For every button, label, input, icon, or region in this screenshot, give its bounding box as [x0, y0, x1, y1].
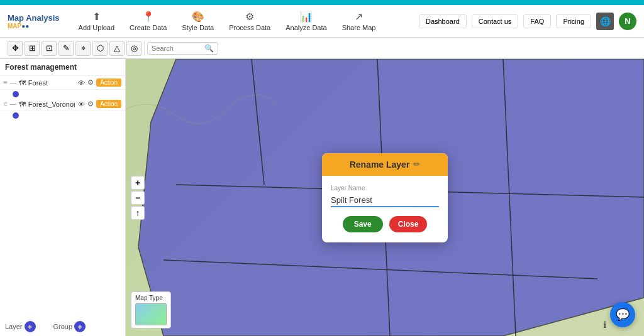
save-button[interactable]: Save: [343, 216, 383, 232]
toolbar-triangle-btn[interactable]: △: [109, 41, 125, 56]
toolbar-target-btn[interactable]: ⌖: [75, 41, 91, 56]
nav-analyze-data[interactable]: 📊 Analyze Data: [279, 8, 333, 34]
nav-style-data-label: Style Data: [182, 24, 214, 31]
process-data-icon: ⚙: [245, 11, 254, 23]
top-border: [0, 0, 644, 5]
sidebar: Forest management ≡ — 🗺 Forest 👁 ⚙ Actio…: [0, 59, 126, 336]
nav-share-map-label: Share Map: [342, 24, 376, 31]
nav-create-data[interactable]: 📍 Create Data: [123, 8, 173, 34]
group-label: Group: [53, 323, 73, 330]
compass-button[interactable]: ↑: [131, 206, 145, 220]
layer-settings-icon[interactable]: ⚙: [87, 79, 94, 87]
sidebar-footer: Layer + Group +: [0, 317, 125, 336]
pricing-button[interactable]: Pricing: [556, 14, 591, 28]
header: Map Analysis MAP●● ⬆ Add Upload 📍 Create…: [0, 5, 644, 38]
toolbar-hex-btn[interactable]: ⬡: [92, 41, 108, 56]
layer-drag-icon2: —: [10, 79, 16, 86]
dialog-header: Rename Layer ✏: [322, 153, 448, 176]
toolbar-edit-btn[interactable]: ✎: [58, 41, 74, 56]
search-box: 🔍: [147, 42, 218, 55]
layer-drag-icon: ≡: [4, 79, 8, 86]
dialog-edit-icon: ✏: [413, 160, 420, 169]
search-icon: 🔍: [204, 44, 214, 53]
nav-analyze-data-label: Analyze Data: [286, 24, 326, 31]
add-layer-icon: +: [25, 321, 36, 332]
layer-label: Layer: [5, 323, 23, 330]
dashboard-button[interactable]: Dashboard: [419, 14, 467, 28]
layer-polygon-icon: 🗺: [19, 79, 26, 87]
info-icon[interactable]: ℹ: [603, 320, 606, 330]
chat-widget[interactable]: 💬: [610, 302, 635, 327]
nav-process-data-label: Process Data: [229, 24, 270, 31]
contact-button[interactable]: Contact us: [472, 14, 519, 28]
layer-name-input[interactable]: [331, 194, 439, 207]
main: Forest management ≡ — 🗺 Forest 👁 ⚙ Actio…: [0, 59, 644, 336]
layer-polygon-icon2: 🗺: [19, 100, 26, 108]
nav-style-data[interactable]: 🎨 Style Data: [175, 8, 220, 34]
faq-button[interactable]: FAQ: [523, 14, 551, 28]
layer-drag-icon3: ≡: [4, 100, 8, 107]
close-dialog-button[interactable]: Close: [389, 216, 428, 232]
header-nav: ⬆ Add Upload 📍 Create Data 🎨 Style Data …: [72, 8, 419, 34]
toolbar-tools: ✥ ⊞ ⊡ ✎ ⌖ ⬡ △ ◎: [5, 41, 145, 56]
toolbar-box-btn[interactable]: ⊡: [42, 41, 57, 56]
layer-eye-icon[interactable]: 👁: [78, 79, 85, 87]
map-area[interactable]: + − ↑ Map Type Rename Layer ✏ Layer Name…: [126, 59, 644, 336]
layer-item-forest: ≡ — 🗺 Forest 👁 ⚙ Action: [0, 76, 125, 90]
layer-color-voronoi: [13, 112, 19, 119]
nav-add-upload[interactable]: ⬆ Add Upload: [72, 8, 121, 34]
add-group-btn[interactable]: Group +: [53, 321, 86, 332]
nav-add-upload-label: Add Upload: [79, 24, 115, 31]
nav-process-data[interactable]: ⚙ Process Data: [223, 8, 277, 34]
header-right: Dashboard Contact us FAQ Pricing 🌐 N: [419, 13, 636, 30]
brand-title: Map Analysis: [8, 13, 60, 23]
add-upload-icon: ⬆: [92, 11, 101, 23]
layer-item-voronoi: ≡ — 🗺 Forest_Voronoi 👁 ⚙ Action: [0, 97, 125, 111]
search-input[interactable]: [152, 45, 202, 52]
layer-drag-icon4: —: [10, 100, 16, 107]
layer-settings-icon2[interactable]: ⚙: [87, 100, 94, 108]
nav-share-map[interactable]: ↗ Share Map: [336, 8, 382, 34]
map-zoom-controls: + − ↑: [131, 176, 145, 220]
avatar: N: [619, 13, 636, 30]
chat-icon: 💬: [616, 308, 630, 322]
field-label: Layer Name: [331, 185, 439, 192]
map-type-label: Map Type: [135, 295, 167, 301]
toolbar: ✥ ⊞ ⊡ ✎ ⌖ ⬡ △ ◎ 🔍: [0, 38, 644, 59]
layer-action-btn2[interactable]: Action: [96, 100, 121, 108]
sidebar-title: Forest management: [0, 59, 125, 76]
zoom-out-button[interactable]: −: [131, 191, 145, 205]
brand: Map Analysis MAP●●: [8, 13, 60, 30]
share-map-icon: ↗: [355, 11, 363, 23]
style-data-icon: 🎨: [192, 11, 204, 23]
brand-subtitle: MAP●●: [8, 23, 60, 30]
layer-name-forest: Forest: [28, 79, 75, 87]
zoom-in-button[interactable]: +: [131, 176, 145, 190]
dialog-body: Layer Name Save Close: [322, 176, 448, 242]
toolbar-select-btn[interactable]: ⊞: [25, 41, 40, 56]
nav-create-data-label: Create Data: [130, 24, 167, 31]
dialog-actions: Save Close: [331, 216, 439, 232]
analyze-data-icon: 📊: [300, 11, 313, 23]
rename-layer-dialog: Rename Layer ✏ Layer Name Save Close: [322, 153, 448, 242]
map-type-box[interactable]: Map Type: [131, 291, 171, 328]
toolbar-circle-btn[interactable]: ◎: [126, 41, 142, 56]
add-group-icon: +: [74, 321, 86, 332]
layer-action-btn[interactable]: Action: [96, 79, 121, 87]
toolbar-move-btn[interactable]: ✥: [8, 41, 23, 56]
layer-eye-icon2[interactable]: 👁: [78, 100, 85, 108]
layer-color-forest: [13, 91, 19, 97]
add-layer-btn[interactable]: Layer +: [5, 321, 36, 332]
create-data-icon: 📍: [142, 11, 155, 23]
globe-icon: 🌐: [596, 13, 614, 30]
map-type-thumbnail: [135, 303, 167, 325]
layer-name-voronoi: Forest_Voronoi: [28, 100, 75, 108]
dialog-title: Rename Layer: [350, 160, 410, 170]
